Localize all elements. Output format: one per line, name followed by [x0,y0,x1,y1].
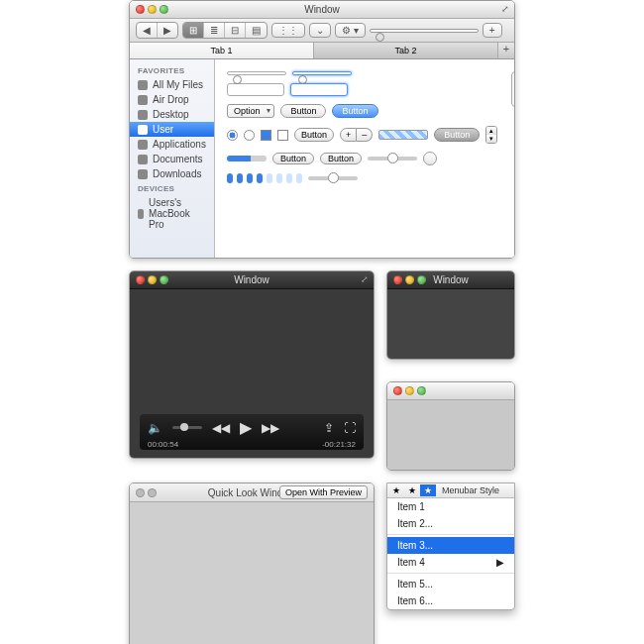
time-remaining: -00:21:32 [322,440,356,449]
close-icon[interactable] [393,275,402,284]
forward-button[interactable]: ▶▶ [262,421,279,435]
player-controls: 🔈 ◀◀ ▶ ▶▶ ⇪ ⛶ 00:00:54 -00:21:32 [140,414,364,450]
applications-icon [138,140,148,150]
stepper-vertical[interactable]: ▴▾ [485,126,497,144]
home-icon [138,125,148,135]
sidebar-item-applications[interactable]: Applications [130,137,214,152]
sidebar-header-favorites: FAVORITES [130,63,214,77]
view-cover-button[interactable]: ▤ [246,23,267,38]
checkbox-on[interactable] [261,130,271,141]
minimize-icon[interactable] [405,386,414,395]
downloads-icon [138,169,148,179]
sidebar-item-airdrop[interactable]: Air Drop [130,92,214,107]
button-mini[interactable]: Button [272,153,314,164]
slider-knob-2[interactable] [328,172,339,183]
media-titlebar: Window ⤢ [130,271,374,289]
minimize-icon[interactable] [148,488,157,497]
menu-item-2[interactable]: Item 2... [387,515,514,532]
all-files-icon [138,80,148,90]
finder-sidebar: FAVORITES All My Files Air Drop Desktop … [130,59,215,258]
quicklook-header: Quick Look Window Open With Preview ⤢ [130,483,374,502]
stepper-minus-button[interactable]: – [357,128,373,142]
close-icon[interactable] [136,275,145,284]
view-column-button[interactable]: ⊟ [225,23,246,38]
search-field-focused[interactable] [292,71,352,75]
view-list-button[interactable]: ≣ [204,23,225,38]
slider-knob[interactable] [387,153,398,163]
sidebar-item-user[interactable]: User [130,122,214,137]
select-option[interactable]: Option [227,104,275,118]
sidebar-item-all-my-files[interactable]: All My Files [130,77,214,92]
checkbox-off[interactable] [277,130,288,141]
progress-bar [378,130,428,140]
toolbar-plus-button[interactable]: + [483,23,502,38]
tab-2[interactable]: Tab 2 [314,43,498,58]
text-field-normal[interactable] [227,83,284,96]
desktop-icon [138,110,148,120]
sidebar-item-downloads[interactable]: Downloads [130,166,214,181]
slider-2[interactable] [308,176,358,180]
button-small[interactable]: Button [294,128,334,142]
search-input[interactable] [370,29,479,33]
button-grey[interactable]: Button [434,128,480,142]
menu-item-6[interactable]: Item 6... [387,592,514,609]
minimize-icon[interactable] [405,275,414,284]
sidebar-item-documents[interactable]: Documents [130,152,214,166]
menu-item-4[interactable]: Item 4▶ [387,554,514,571]
radio-on[interactable] [227,130,238,141]
menubar-icon-2[interactable]: ★ [404,484,420,496]
zoom-icon[interactable] [160,5,168,14]
share-icon[interactable]: ⇪ [324,421,334,435]
button-mini-2[interactable]: Button [320,153,362,164]
documents-icon [138,155,148,164]
view-switcher: ⊞ ≣ ⊟ ▤ [182,22,268,39]
time-elapsed: 00:00:54 [148,440,178,449]
button-default[interactable]: Button [280,104,326,118]
zoom-icon[interactable] [417,275,426,284]
minimize-icon[interactable] [148,5,157,14]
fullscreen-icon[interactable]: ⛶ [344,421,356,435]
mini-dark-titlebar: Window [387,271,514,289]
close-icon[interactable] [136,5,145,14]
zoom-icon[interactable] [160,275,168,284]
slider-horizontal[interactable] [368,157,417,161]
expand-icon[interactable]: ⤢ [500,4,510,14]
radio-off[interactable] [244,130,255,141]
stepper-plus-button[interactable]: + [340,128,357,142]
menu-separator [387,534,514,535]
menu-item-1[interactable]: Item 1 [387,498,514,515]
tab-add-button[interactable]: + [498,43,514,58]
close-icon[interactable] [136,488,145,497]
search-field-normal[interactable] [227,71,286,75]
rewind-button[interactable]: ◀◀ [212,421,230,435]
menu-item-3[interactable]: Item 3... [387,537,514,554]
button-primary[interactable]: Button [332,104,377,118]
sidebar-item-desktop[interactable]: Desktop [130,107,214,122]
open-with-preview-button[interactable]: Open With Preview [279,485,368,499]
menu-item-5[interactable]: Item 5... [387,576,514,592]
menubar-icon-3[interactable]: ★ [420,484,436,496]
arrange-button[interactable]: ⋮⋮ [271,23,305,38]
mini-dark-window: Window [386,270,515,360]
nav-back-button[interactable]: ◀ [137,23,158,38]
quicklook-body [130,502,374,644]
close-icon[interactable] [393,386,402,395]
sidebar-item-macbook[interactable]: Users's MacBook Pro [130,195,214,232]
volume-knob[interactable] [180,423,188,431]
volume-icon[interactable]: 🔈 [148,421,162,435]
volume-slider[interactable] [172,426,202,429]
play-button[interactable]: ▶ [240,418,252,437]
text-field-focused[interactable] [290,83,348,96]
view-icon-button[interactable]: ⊞ [183,23,204,38]
tab-1[interactable]: Tab 1 [130,43,314,58]
minimize-icon[interactable] [148,275,157,284]
action-gear-button[interactable]: ⚙ ▾ [335,23,366,38]
rating-indicator[interactable] [227,173,302,183]
help-button[interactable] [423,152,437,165]
expand-icon[interactable]: ⤢ [360,274,370,284]
labels-button[interactable]: ⌄ [309,23,331,38]
menubar-icon-1[interactable]: ★ [388,484,404,496]
nav-forward-button[interactable]: ▶ [158,23,177,38]
zoom-icon[interactable] [417,386,426,395]
finder-toolbar: ◀ ▶ ⊞ ≣ ⊟ ▤ ⋮⋮ ⌄ ⚙ ▾ + [130,19,514,43]
